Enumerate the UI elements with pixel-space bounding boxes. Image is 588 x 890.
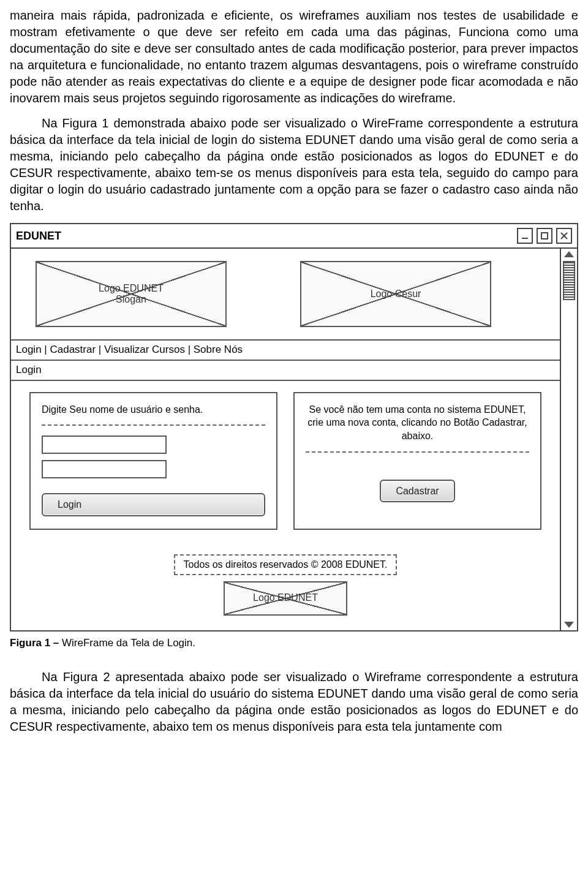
footer-logo-label: Logo EDUNET bbox=[253, 592, 318, 603]
close-icon[interactable] bbox=[556, 228, 572, 244]
login-prompt: Digite Seu nome de usuário e senha. bbox=[42, 403, 265, 417]
figure-caption: Figura 1 – WireFrame da Tela de Login. bbox=[10, 636, 578, 651]
logo-edunet-label: Logo EDUNET Slogan bbox=[99, 283, 164, 306]
scrollbar[interactable] bbox=[561, 249, 577, 630]
wireframe-footer: Todos os direitos reservados © 2008 EDUN… bbox=[17, 548, 554, 624]
login-section-label: Login bbox=[11, 361, 560, 381]
logo-cesur-placeholder: Logo Cesur bbox=[300, 261, 491, 327]
scroll-up-icon[interactable] bbox=[564, 251, 574, 257]
minimize-icon[interactable] bbox=[517, 228, 533, 244]
register-prompt: Se você não tem uma conta no sistema EDU… bbox=[306, 403, 529, 443]
scroll-thumb[interactable] bbox=[563, 261, 575, 300]
logo-cesur-label: Logo Cesur bbox=[371, 288, 421, 300]
figure-caption-bold: Figura 1 – bbox=[10, 637, 62, 649]
footer-logo-placeholder: Logo EDUNET bbox=[224, 581, 347, 616]
body-paragraph-3: Na Figura 2 apresentada abaixo pode ser … bbox=[10, 669, 578, 735]
scroll-down-icon[interactable] bbox=[564, 622, 574, 628]
register-panel: Se você não tem uma conta no sistema EDU… bbox=[293, 392, 541, 530]
dashed-separator bbox=[42, 424, 265, 426]
username-input[interactable] bbox=[42, 436, 167, 454]
window-controls bbox=[517, 228, 572, 244]
wireframe-nav[interactable]: Login | Cadastrar | Visualizar Cursos | … bbox=[11, 339, 560, 361]
wireframe-window: EDUNET Logo EDUNET Slogan Logo Ce bbox=[10, 223, 578, 632]
figure-caption-rest: WireFrame da Tela de Login. bbox=[62, 637, 195, 649]
maximize-icon[interactable] bbox=[537, 228, 552, 244]
password-input[interactable] bbox=[42, 460, 167, 478]
svg-rect-1 bbox=[541, 233, 548, 239]
wireframe-title: EDUNET bbox=[16, 228, 61, 243]
footer-rights-text: Todos os direitos reservados © 2008 EDUN… bbox=[174, 554, 398, 575]
wireframe-content: Logo EDUNET Slogan Logo Cesur Login | Ca… bbox=[11, 249, 561, 630]
body-paragraph-2: Na Figura 1 demonstrada abaixo pode ser … bbox=[10, 115, 578, 214]
login-panel: Digite Seu nome de usuário e senha. Logi… bbox=[29, 392, 277, 530]
dashed-separator bbox=[306, 451, 529, 453]
login-button[interactable]: Login bbox=[42, 493, 265, 516]
cadastrar-button[interactable]: Cadastrar bbox=[380, 480, 454, 503]
wireframe-titlebar: EDUNET bbox=[11, 224, 577, 249]
logo-edunet-placeholder: Logo EDUNET Slogan bbox=[36, 261, 227, 327]
body-paragraph-1: maneira mais rápida, padronizada e efici… bbox=[10, 7, 578, 107]
